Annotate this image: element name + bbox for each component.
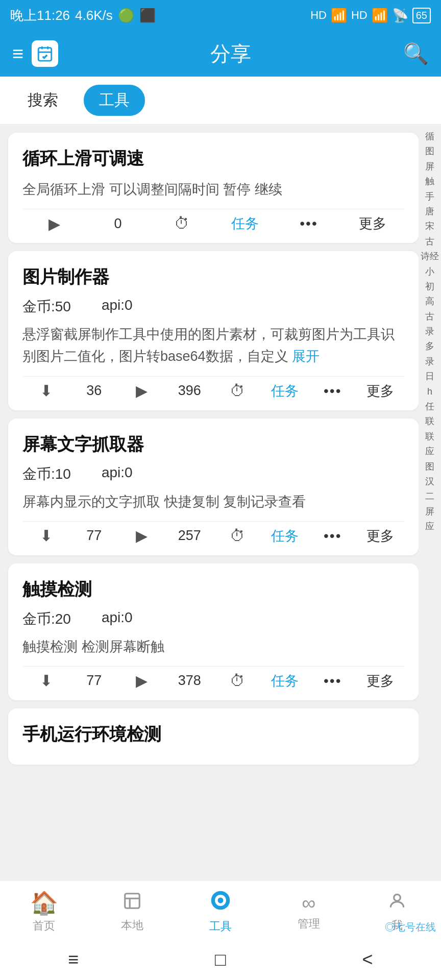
side-index-item[interactable]: 高 [425, 295, 434, 308]
side-index-item[interactable]: 任 [425, 400, 434, 413]
side-index-item[interactable]: 初 [425, 280, 434, 293]
card3-more-button[interactable]: 更多 [357, 527, 405, 545]
side-index-item[interactable]: 二 [425, 489, 434, 503]
side-index-item[interactable]: 手 [425, 190, 434, 204]
card1-task-button[interactable]: 任务 [213, 214, 277, 233]
side-index-item[interactable]: 录 [425, 325, 434, 338]
home-nav-label: 首页 [33, 918, 55, 934]
card2-api: api:0 [102, 297, 133, 316]
card3-actions: ⬇ 77 ▶ 257 ⏱ 任务 ••• [22, 527, 404, 545]
signal-icon-2: HD [351, 9, 368, 22]
nav-home[interactable]: 🏠 首页 [0, 890, 88, 934]
card3-play-button[interactable]: ▶ [118, 527, 166, 545]
card4-coins: 金币:20 [22, 609, 71, 629]
card4-timer-button[interactable]: ⏱ [213, 672, 261, 690]
main-content: 循环上滑可调速 全局循环上滑 可以调整间隔时间 暂停 继续 ▶ 0 ⏱ 任务 •… [0, 125, 441, 890]
card4-more-button[interactable]: 更多 [357, 672, 405, 690]
card-phone-env: 手机运行环境检测 [8, 708, 419, 765]
tab-search[interactable]: 搜索 [12, 85, 74, 116]
card4-play-count: 378 [166, 673, 214, 689]
nav-tools[interactable]: 工具 [177, 889, 265, 934]
card2-task-button[interactable]: 任务 [261, 382, 309, 400]
side-index-item[interactable]: 图 [425, 144, 434, 158]
system-home-icon[interactable]: □ [215, 949, 226, 970]
more-dots-icon: ••• [300, 215, 317, 232]
card2-more-dots[interactable]: ••• [309, 383, 357, 399]
card2-timer-button[interactable]: ⏱ [213, 382, 261, 400]
side-index-item[interactable]: 联 [425, 430, 434, 444]
card2-play-count: 396 [166, 383, 214, 399]
timer-icon3: ⏱ [230, 527, 245, 545]
signal-bars-2: 📶 [372, 8, 388, 23]
side-index-item[interactable]: 唐 [425, 205, 434, 218]
side-index-item[interactable]: 应 [425, 520, 434, 533]
system-menu-icon[interactable]: ≡ [68, 949, 79, 970]
card3-more-dots[interactable]: ••• [309, 528, 357, 544]
home-nav-icon: 🏠 [30, 890, 58, 916]
tab-tools[interactable]: 工具 [84, 85, 145, 116]
card2-expand-link[interactable]: 展开 [292, 349, 320, 364]
manage-nav-label: 管理 [298, 916, 320, 932]
card4-download-button[interactable]: ⬇ [22, 672, 70, 690]
card2-download-button[interactable]: ⬇ [22, 382, 70, 400]
side-index-item[interactable]: 汉 [425, 475, 434, 488]
me-nav-icon [387, 890, 407, 916]
calendar-icon[interactable] [32, 40, 58, 67]
svg-point-9 [217, 898, 223, 903]
card3-task-label: 任务 [271, 527, 299, 545]
side-index-item[interactable]: h [427, 385, 432, 399]
card4-task-label: 任务 [271, 672, 299, 690]
card1-more-dots[interactable]: ••• [277, 215, 341, 232]
side-index-item[interactable]: 联 [425, 414, 434, 428]
card1-actions: ▶ 0 ⏱ 任务 ••• 更多 [22, 214, 404, 233]
side-index: 循 图 屏 触 手 唐 宋 古 诗经 小 初 高 古 录 多 录 日 h 任 联… [419, 125, 441, 890]
card4-more-dots[interactable]: ••• [309, 673, 357, 689]
side-index-item[interactable]: 多 [425, 339, 434, 353]
side-index-item[interactable]: 图 [425, 460, 434, 474]
card5-title: 手机运行环境检测 [22, 723, 404, 746]
side-index-item[interactable]: 古 [425, 235, 434, 249]
card4-play-button[interactable]: ▶ [118, 672, 166, 690]
local-nav-icon [122, 890, 142, 916]
card-image-maker: 图片制作器 金币:50 api:0 悬浮窗截屏制作工具中使用的图片素材，可裁剪图… [8, 251, 419, 410]
side-index-item[interactable]: 屏 [425, 505, 434, 519]
signal-icon-1: HD [310, 9, 327, 22]
side-index-item[interactable]: 日 [425, 370, 434, 383]
status-right: HD 📶 HD 📶 📡 65 [310, 8, 431, 23]
card2-play-button[interactable]: ▶ [118, 382, 166, 400]
card3-divider [22, 521, 404, 522]
nav-local[interactable]: 本地 [88, 890, 177, 933]
search-icon[interactable]: 🔍 [403, 42, 429, 66]
side-index-item[interactable]: 屏 [425, 160, 434, 174]
side-index-item[interactable]: 循 [425, 130, 434, 143]
side-index-item[interactable]: 应 [425, 445, 434, 458]
card2-more-button[interactable]: 更多 [357, 382, 405, 400]
wifi-icon: 📡 [392, 8, 408, 23]
card4-title: 触摸检测 [22, 578, 404, 601]
nav-manage[interactable]: ∞ 管理 [264, 892, 353, 932]
card1-more-button[interactable]: 更多 [340, 214, 404, 233]
svg-point-10 [394, 894, 400, 901]
card3-timer-button[interactable]: ⏱ [213, 527, 261, 545]
card3-task-button[interactable]: 任务 [261, 527, 309, 545]
card1-timer-button[interactable]: ⏱ [150, 215, 213, 232]
card3-play-count: 257 [166, 528, 214, 544]
side-index-item[interactable]: 小 [425, 265, 434, 279]
card1-play-button[interactable]: ▶ [22, 215, 86, 233]
card2-title: 图片制作器 [22, 265, 404, 289]
tools-nav-label: 工具 [209, 919, 232, 934]
status-left: 晚上11:26 4.6K/s 🟢 ⬛ [10, 7, 156, 24]
system-back-icon[interactable]: < [362, 949, 373, 970]
timer-icon2: ⏱ [230, 382, 245, 400]
side-index-item[interactable]: 触 [425, 175, 434, 188]
card4-task-button[interactable]: 任务 [261, 672, 309, 690]
side-index-item[interactable]: 诗经 [421, 250, 439, 263]
hamburger-menu-icon[interactable]: ≡ [12, 43, 23, 65]
card-screen-text: 屏幕文字抓取器 金币:10 api:0 屏幕内显示的文字抓取 快捷复制 复制记录… [8, 419, 419, 555]
side-index-item[interactable]: 古 [425, 310, 434, 324]
side-index-item[interactable]: 录 [425, 355, 434, 369]
card3-download-button[interactable]: ⬇ [22, 527, 70, 545]
card4-download-count: 77 [70, 673, 118, 689]
play-icon2: ▶ [136, 382, 148, 400]
side-index-item[interactable]: 宋 [425, 219, 434, 233]
